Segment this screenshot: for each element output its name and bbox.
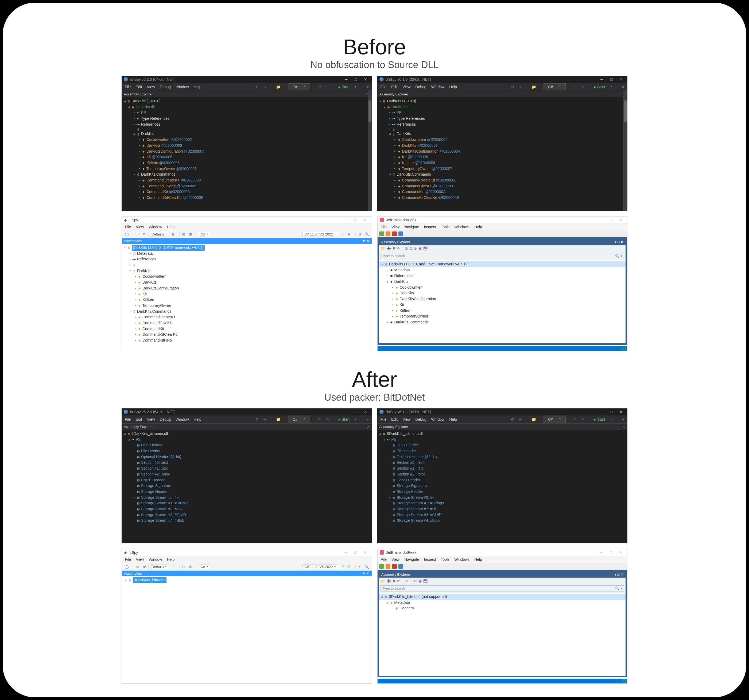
start-button[interactable]: Start	[592, 84, 607, 90]
tree-node[interactable]: ◢◆Metadata	[379, 600, 626, 606]
tree-node[interactable]: ◢▸•PE	[122, 437, 372, 443]
tree-node[interactable]: ▸▤Storage Stream #0: #~	[122, 495, 372, 501]
close-button[interactable]: ✕	[616, 550, 625, 555]
close-button[interactable]: ✕	[361, 550, 370, 555]
stop-icon[interactable]: ■	[620, 417, 626, 422]
panel-menu-icon[interactable]: ▼ ✕	[362, 239, 369, 243]
tree[interactable]: ▾▦DarkKits (1.0.0.0, .NETFramework, v4.7…	[122, 244, 372, 351]
tree-node[interactable]: ▤Storage Signature	[122, 483, 372, 489]
panel-close-icon[interactable]: ✕	[622, 425, 625, 429]
tree-node[interactable]: ▸◆CommandGiveKit	[122, 320, 372, 326]
tree-node[interactable]: ▤Section #1: .rsrc	[122, 466, 372, 472]
panel-menu-icon[interactable]: ▼ ✕	[362, 571, 369, 576]
close-button[interactable]: ✕	[361, 217, 370, 223]
tree-node[interactable]: ▸◆TemporaryOwner@02000007	[377, 166, 628, 172]
tb-icon[interactable]	[392, 564, 397, 569]
menu-help[interactable]: Help	[472, 224, 484, 230]
tree-node[interactable]: ▸{}-	[122, 262, 372, 268]
menu-help[interactable]: Help	[165, 224, 177, 230]
menu-windows[interactable]: Windows	[452, 556, 472, 562]
tree[interactable]: ◢▦0DarkKits_bitmono.dll◢▸•PE▤DOS Header▤…	[122, 430, 372, 543]
close-button[interactable]: ✕	[361, 77, 370, 82]
menu-window[interactable]: Window	[147, 556, 164, 562]
tree-node[interactable]: ▸▸•PE	[122, 110, 372, 116]
tree-node[interactable]: ▸◆CommandKitClearKd@0200000B	[122, 195, 372, 201]
tree-node[interactable]: ▸◆CooldownItem	[122, 274, 372, 280]
tree-node[interactable]: ▸▸■References	[122, 256, 372, 262]
tree-node[interactable]: ▸◆CommandCreateKit@02000008	[122, 178, 372, 183]
start-button[interactable]: Start	[336, 84, 352, 90]
redo-icon[interactable]: ↷	[324, 417, 331, 422]
tree-node[interactable]: ▤Section #0: .text	[377, 460, 628, 466]
plus-icon[interactable]: ➕	[387, 247, 391, 250]
tree-node[interactable]: ◢▦0DarkKits_bitmono.dll	[122, 431, 372, 437]
nav-fwd-icon[interactable]: ➜	[517, 417, 524, 422]
link-icon[interactable]: ⎘	[357, 231, 362, 237]
collapse-icon[interactable]: ⊟	[170, 564, 176, 569]
start-button[interactable]: Start	[336, 417, 352, 422]
menu-file[interactable]: File	[123, 84, 133, 90]
tree-node[interactable]: ◢▣DarkKits.dll	[377, 104, 628, 110]
save-icon[interactable]: 💾	[423, 579, 428, 583]
tree-node[interactable]: ▸▸■References	[377, 122, 628, 127]
moon-icon[interactable]: ☽	[339, 564, 345, 569]
tb-icon[interactable]	[398, 564, 403, 569]
default-select[interactable]: (Default)▼	[148, 232, 169, 237]
tb-icon[interactable]	[385, 231, 390, 236]
stop-icon[interactable]: ⊘	[414, 579, 417, 583]
tree-node[interactable]: ▸◆CommandKit	[122, 326, 372, 332]
min-button[interactable]: ─	[342, 77, 351, 82]
tree-node[interactable]: ▸◆TemporaryOwner	[122, 303, 372, 309]
tree-node[interactable]: ▸◆CooldownItem@02000002	[122, 137, 372, 143]
refresh-icon[interactable]: ⟳	[142, 231, 147, 237]
lang-select[interactable]: C#▼	[288, 83, 310, 90]
max-button[interactable]: □	[352, 217, 360, 223]
tree-node[interactable]: ▸◆DarkKits	[122, 280, 372, 285]
menu-view[interactable]: View	[134, 556, 146, 562]
tree-node[interactable]: ▸◆Kit	[122, 291, 372, 297]
tree-node[interactable]: ▣Headers	[379, 605, 626, 611]
tree-node[interactable]: ▤Storage Stream #4: #Blob	[377, 518, 628, 524]
tree-node[interactable]: ▸⬚Metadata	[122, 251, 372, 257]
menu-tools[interactable]: Tools	[439, 224, 452, 230]
tree-node[interactable]: ▸◆CommandCreateKit	[122, 314, 372, 320]
close-button[interactable]: ✕	[617, 409, 625, 415]
max-button[interactable]: □	[607, 409, 616, 415]
wand-icon[interactable]: ⚲	[347, 564, 352, 569]
menu-debug[interactable]: Debug	[413, 84, 428, 90]
tree-node[interactable]: ▤Storage Stream #1: #Strings	[122, 500, 372, 506]
tb-icon[interactable]	[398, 231, 403, 236]
tree-node[interactable]: ▸▣References	[379, 273, 626, 279]
tree-node[interactable]: ▤Storage Header	[377, 489, 628, 495]
lang-select[interactable]: C#▼	[199, 232, 210, 237]
menu-help[interactable]: Help	[472, 556, 484, 562]
tree-node[interactable]: ▸▸•PE	[377, 110, 628, 116]
open-icon[interactable]: ▭	[135, 231, 140, 237]
nav-back-icon[interactable]: ⟲	[509, 84, 516, 90]
close-button[interactable]: ✕	[616, 217, 625, 223]
tree-node[interactable]: ▸◆CooldownItem@02000002	[377, 137, 628, 143]
min-button[interactable]: ─	[342, 217, 350, 223]
x-icon[interactable]: ✖	[393, 247, 396, 250]
tree-node[interactable]: ▤Storage Stream #3: #GUID	[377, 512, 628, 518]
stop-icon[interactable]: ■	[364, 417, 371, 422]
tree[interactable]: ◢▦DarkKits (1.0.0.0)◢▣DarkKits.dll▸▸•PE▸…	[122, 97, 372, 211]
folder-icon[interactable]: 📁	[529, 84, 538, 90]
stop-icon[interactable]: ⊘	[414, 247, 417, 250]
undo-icon[interactable]: ↶	[571, 84, 579, 90]
tree-node[interactable]: ◢▦DarkKits (1.0.0.0)	[377, 98, 628, 104]
menu-file[interactable]: File	[123, 224, 133, 230]
refresh-icon[interactable]: ⟳	[142, 564, 147, 569]
tree-node[interactable]: ▤Section #1: .rsrc	[377, 466, 628, 472]
undo-icon[interactable]: ↶	[571, 417, 579, 422]
tree-node[interactable]: ◢▦0DarkKits_bitmono.dll	[377, 431, 628, 437]
pub-icon[interactable]: ⊞	[188, 564, 193, 569]
tree[interactable]: ◢▦DarkKits (1.0.0.0)◢▣DarkKits.dll▸▸•PE▸…	[377, 97, 628, 211]
tree-node[interactable]: ▤Storage Signature	[377, 483, 628, 489]
tree-node[interactable]: ▸▸■References	[122, 122, 372, 127]
tree-node[interactable]: ▸◆DarkKitsConfiguration	[379, 296, 626, 302]
menu-inspect[interactable]: Inspect	[422, 556, 438, 562]
menu-help[interactable]: Help	[192, 84, 203, 90]
tree-node[interactable]: ▸▤Storage Stream #0: #~	[377, 495, 628, 501]
redo-icon[interactable]: ↷	[579, 417, 587, 422]
